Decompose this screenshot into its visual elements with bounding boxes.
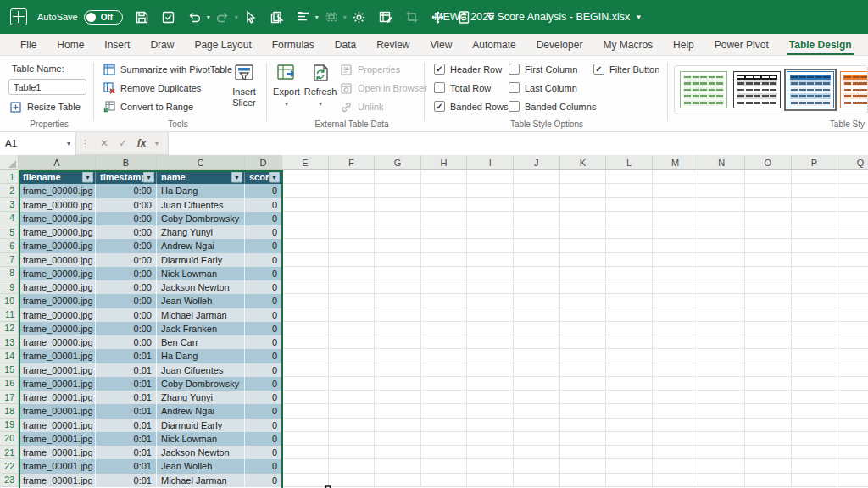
cell-I7[interactable] [467,253,514,267]
cell-D15[interactable]: 0 [245,363,282,377]
cell-C3[interactable]: Juan Cifuentes [157,198,245,212]
cell-P20[interactable] [792,432,838,446]
cell-M14[interactable] [653,349,699,363]
cell-G3[interactable] [375,198,421,212]
cell-F11[interactable] [329,308,376,322]
row-header-20[interactable]: 20 [0,432,19,446]
cell-G17[interactable] [375,391,421,404]
cell-J21[interactable] [514,446,560,459]
cell-H7[interactable] [421,253,468,267]
cell-P22[interactable] [792,459,838,473]
cell-E1[interactable] [282,170,329,184]
cell-N12[interactable] [698,322,745,336]
cell-E11[interactable] [282,308,329,322]
cell-K4[interactable] [560,212,607,225]
cell-J16[interactable] [514,377,560,391]
cell-J10[interactable] [514,294,560,308]
cell-L21[interactable] [606,446,653,459]
cell-M15[interactable] [653,363,699,377]
cell-H21[interactable] [421,446,468,459]
cell-P7[interactable] [792,253,838,267]
column-header-H[interactable]: H [421,155,468,170]
cell-I11[interactable] [467,308,514,322]
cell-L1[interactable] [606,170,653,184]
cell-E21[interactable] [282,446,329,459]
cell-E6[interactable] [282,239,329,252]
cell-C16[interactable]: Coby Dombrowsky [157,377,245,391]
cell-B21[interactable]: 0:01 [96,446,157,459]
row-header-19[interactable]: 19 [0,419,19,432]
cell-L20[interactable] [606,432,653,446]
cell-A8[interactable]: frame_00000.jpg [19,267,96,280]
cell-A2[interactable]: frame_00000.jpg [19,184,96,197]
tab-view[interactable]: View [420,34,463,55]
cell-C8[interactable]: Nick Lowman [157,267,245,280]
cell-I3[interactable] [467,198,514,212]
row-header-1[interactable]: 1 [0,170,19,184]
gear-icon[interactable] [350,8,369,26]
cell-H16[interactable] [421,377,468,391]
cell-F7[interactable] [329,253,376,267]
cell-N15[interactable] [698,363,745,377]
cell-M8[interactable] [653,267,699,280]
table-name-input[interactable] [8,79,86,95]
row-header-7[interactable]: 7 [0,253,19,267]
cell-O15[interactable] [745,363,792,377]
cell-F14[interactable] [329,349,376,363]
cell-N16[interactable] [698,377,745,391]
task-check-icon[interactable] [159,8,178,26]
cell-D18[interactable]: 0 [245,404,282,418]
cell-A13[interactable]: frame_00000.jpg [19,336,96,349]
cell-M7[interactable] [653,253,699,267]
tab-draw[interactable]: Draw [140,34,184,55]
cell-D13[interactable]: 0 [245,336,282,349]
cell-L5[interactable] [606,225,653,239]
cell-F23[interactable] [329,474,376,487]
excel-app-icon[interactable] [10,8,27,25]
cell-H8[interactable] [421,267,468,280]
cell-I13[interactable] [467,336,514,349]
cell-K14[interactable] [560,349,607,363]
cell-P23[interactable] [792,474,838,487]
checkbox-box[interactable]: ✓ [593,64,604,75]
table-header-cell-timestamp[interactable]: timestamp▼ [96,170,157,184]
cell-L22[interactable] [606,459,653,473]
column-header-I[interactable]: I [467,155,514,170]
cell-C11[interactable]: Michael Jarman [157,308,245,322]
cell-M18[interactable] [653,404,699,418]
tab-automate[interactable]: Automate [462,34,526,55]
cell-I1[interactable] [467,170,514,184]
cell-E15[interactable] [282,363,329,377]
cell-G23[interactable] [375,474,421,487]
tab-review[interactable]: Review [366,34,420,55]
tab-power-pivot[interactable]: Power Pivot [704,34,779,55]
row-header-6[interactable]: 6 [0,239,19,252]
cell-C7[interactable]: Diarmuid Early [157,253,245,267]
cell-D23[interactable]: 0 [245,474,282,487]
cell-M6[interactable] [653,239,699,252]
cell-F5[interactable] [329,225,376,239]
cell-B12[interactable]: 0:00 [96,322,157,336]
cell-G16[interactable] [375,377,421,391]
checkbox-box[interactable] [509,101,520,112]
cell-K13[interactable] [560,336,607,349]
cell-A18[interactable]: frame_00001.jpg [19,404,96,418]
column-header-O[interactable]: O [745,155,792,170]
cell-D5[interactable]: 0 [245,225,282,239]
tab-home[interactable]: Home [47,34,94,55]
cell-G1[interactable] [375,170,421,184]
cell-A22[interactable]: frame_00001.jpg [19,459,96,473]
cell-J20[interactable] [514,432,560,446]
cell-Q11[interactable] [837,308,868,322]
cell-M3[interactable] [653,198,699,212]
cell-Q5[interactable] [837,225,868,239]
cell-Q22[interactable] [837,459,868,473]
cell-A23[interactable]: frame_00001.jpg [19,474,96,487]
cell-Q9[interactable] [837,280,868,294]
cell-L16[interactable] [606,377,653,391]
cell-D20[interactable]: 0 [245,432,282,446]
cell-P17[interactable] [792,391,838,404]
cell-K23[interactable] [560,474,607,487]
cell-G9[interactable] [375,280,421,294]
row-header-17[interactable]: 17 [0,391,19,404]
